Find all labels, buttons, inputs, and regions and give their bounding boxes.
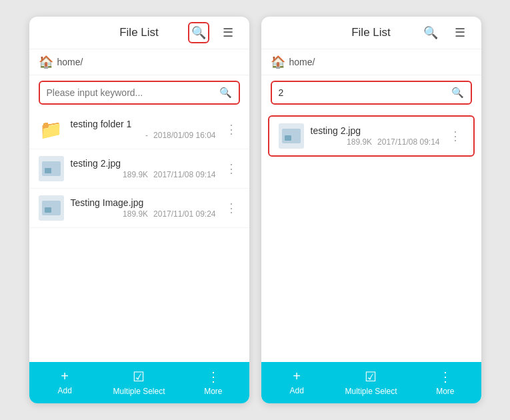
left-more-button[interactable]: ⋮ More	[190, 369, 237, 396]
left-folder-size: -	[145, 131, 148, 140]
left-img2-more[interactable]: ⋮	[223, 198, 240, 218]
left-select-label: Multiple Select	[113, 387, 165, 396]
left-img1-thumbnail	[39, 156, 64, 181]
left-more-label: More	[204, 387, 222, 396]
left-add-button[interactable]: + Add	[41, 369, 88, 395]
left-img2-thumbnail	[39, 195, 64, 221]
left-menu-icon: ☰	[223, 25, 233, 40]
left-select-button[interactable]: ☑ Multiple Select	[113, 369, 165, 396]
left-img1-name: testing 2.jpg	[71, 158, 216, 169]
left-img1-meta: 189.9K 2017/11/08 09:14	[71, 170, 216, 179]
left-path: home/	[57, 57, 83, 67]
left-file-item-img1[interactable]: testing 2.jpg 189.9K 2017/11/08 09:14 ⋮	[29, 149, 249, 189]
left-img2-info: Testing Image.jpg 189.9K 2017/11/01 09:2…	[71, 197, 216, 219]
right-path: home/	[289, 57, 315, 67]
left-header: File List 🔍 ☰	[29, 17, 249, 49]
left-breadcrumb: 🏠 home/	[29, 49, 249, 75]
right-img1-name: testing 2.jpg	[311, 125, 440, 136]
right-bottom-bar: + Add ☑ Multiple Select ⋮ More	[261, 362, 481, 403]
left-file-item-img2[interactable]: Testing Image.jpg 189.9K 2017/11/01 09:2…	[29, 189, 249, 228]
right-select-label: Multiple Select	[345, 387, 397, 396]
left-img1-size: 189.9K	[123, 170, 148, 179]
left-search-input[interactable]	[47, 87, 219, 98]
left-folder-date: 2018/01/09 16:04	[153, 131, 215, 140]
left-folder-name: testing folder 1	[71, 119, 216, 129]
right-img1-info: testing 2.jpg 189.9K 2017/11/08 09:14	[311, 125, 440, 147]
left-bottom-bar: + Add ☑ Multiple Select ⋮ More	[29, 362, 249, 403]
right-img1-size: 189.9K	[347, 137, 372, 147]
left-img2-date: 2017/11/01 09:24	[153, 209, 215, 219]
left-folder-info: testing folder 1 - 2018/01/09 16:04	[71, 119, 216, 140]
right-search-bar-icon: 🔍	[451, 87, 464, 99]
left-search-button[interactable]: 🔍	[188, 22, 209, 43]
left-folder-more[interactable]: ⋮	[223, 119, 240, 139]
right-more-label: More	[436, 387, 454, 396]
left-search-icon: 🔍	[191, 25, 206, 40]
right-search-input[interactable]	[279, 87, 451, 98]
left-img2-size: 189.9K	[123, 209, 148, 219]
right-search-icon: 🔍	[423, 25, 438, 40]
left-home-icon: 🏠	[39, 55, 53, 69]
right-menu-icon: ☰	[455, 25, 465, 40]
left-select-icon: ☑	[133, 369, 145, 385]
left-search-wrapper: 🔍	[29, 75, 249, 110]
right-img1-date: 2017/11/08 09:14	[377, 137, 439, 147]
left-img2-meta: 189.9K 2017/11/01 09:24	[71, 209, 216, 219]
left-img1-thumb	[39, 156, 64, 181]
left-file-list: 📁 testing folder 1 - 2018/01/09 16:04 ⋮	[29, 110, 249, 362]
right-add-button[interactable]: + Add	[273, 369, 320, 395]
right-header-icons: 🔍 ☰	[420, 22, 471, 43]
left-add-icon: +	[61, 369, 69, 384]
right-file-item-img1[interactable]: testing 2.jpg 189.9K 2017/11/08 09:14 ⋮	[269, 117, 473, 155]
right-breadcrumb: 🏠 home/	[261, 49, 481, 75]
right-img1-thumbnail	[279, 123, 304, 149]
left-more-icon: ⋮	[207, 369, 220, 385]
left-file-item-folder[interactable]: 📁 testing folder 1 - 2018/01/09 16:04 ⋮	[29, 110, 249, 149]
right-file-list: testing 2.jpg 189.9K 2017/11/08 09:14 ⋮	[261, 110, 481, 362]
left-folder-meta: - 2018/01/09 16:04	[71, 131, 216, 140]
left-img1-date: 2017/11/08 09:14	[153, 170, 215, 179]
right-select-icon: ☑	[365, 369, 377, 385]
left-search-bar[interactable]: 🔍	[39, 81, 240, 105]
right-home-icon: 🏠	[271, 55, 285, 69]
left-img2-thumb	[39, 195, 64, 221]
left-search-bar-icon: 🔍	[219, 87, 232, 99]
left-menu-button[interactable]: ☰	[217, 22, 239, 43]
right-title: File List	[351, 26, 391, 39]
left-folder-thumb: 📁	[39, 117, 64, 142]
right-menu-button[interactable]: ☰	[449, 22, 471, 43]
left-add-label: Add	[57, 386, 71, 395]
left-img1-info: testing 2.jpg 189.9K 2017/11/08 09:14	[71, 158, 216, 179]
left-img1-more[interactable]: ⋮	[223, 159, 240, 179]
right-more-icon: ⋮	[439, 369, 452, 385]
left-title: File List	[119, 26, 159, 39]
right-add-label: Add	[289, 386, 303, 395]
right-img1-thumb	[279, 123, 304, 149]
right-search-bar[interactable]: 🔍	[271, 81, 472, 105]
left-phone: File List 🔍 ☰ 🏠 home/ 🔍	[29, 17, 249, 403]
folder-icon: 📁	[39, 119, 63, 141]
left-header-icons: 🔍 ☰	[188, 22, 239, 43]
right-phone: File List 🔍 ☰ 🏠 home/ 🔍	[261, 17, 481, 403]
right-header: File List 🔍 ☰	[261, 17, 481, 49]
right-results-highlight: testing 2.jpg 189.9K 2017/11/08 09:14 ⋮	[268, 115, 475, 157]
right-select-button[interactable]: ☑ Multiple Select	[345, 369, 397, 396]
right-more-button[interactable]: ⋮ More	[422, 369, 469, 396]
left-img2-name: Testing Image.jpg	[71, 197, 216, 208]
right-search-button[interactable]: 🔍	[420, 22, 441, 43]
right-img1-more[interactable]: ⋮	[447, 126, 464, 146]
right-img1-meta: 189.9K 2017/11/08 09:14	[311, 137, 440, 147]
right-add-icon: +	[293, 369, 301, 384]
